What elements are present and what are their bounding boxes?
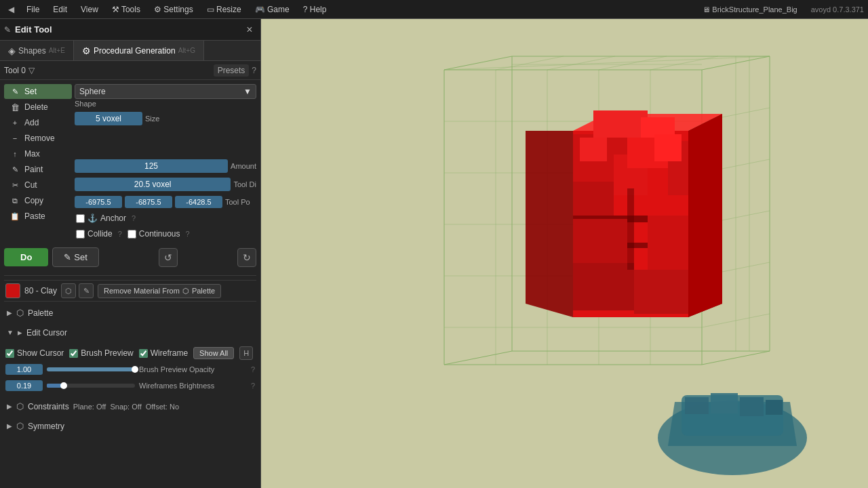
tool-position-row: Tool Po xyxy=(75,196,256,208)
svg-marker-38 xyxy=(688,114,722,317)
tool-paint[interactable]: ✎ Paint xyxy=(4,162,72,177)
brush-preview-checkbox[interactable] xyxy=(69,349,78,358)
tool-set[interactable]: ✎ Set xyxy=(4,84,72,99)
set-tool-icon: ✎ xyxy=(9,86,20,97)
wireframes-brightness-slider[interactable] xyxy=(47,384,135,388)
app-version: avoyd 0.7.3.371 xyxy=(811,5,864,14)
menu-file[interactable]: File xyxy=(21,3,45,16)
menu-edit[interactable]: Edit xyxy=(47,3,73,16)
palette-label: Palette xyxy=(28,308,53,318)
tool-paste[interactable]: 📋 Paste xyxy=(4,209,72,224)
tool-cut[interactable]: ✂ Cut xyxy=(4,178,72,192)
tab-procedural[interactable]: ⚙ Procedural Generation Alt+G xyxy=(74,41,204,60)
delete-tool-icon: 🗑 xyxy=(9,102,20,113)
h-button[interactable]: H xyxy=(239,346,253,360)
size-input[interactable] xyxy=(75,112,142,125)
symmetry-section[interactable]: ▶ ⬡ Symmetry xyxy=(4,418,256,434)
palette-section[interactable]: ▶ ⬡ Palette xyxy=(4,304,256,321)
wireframes-brightness-thumb[interactable] xyxy=(60,382,67,389)
redo-button[interactable]: ↻ xyxy=(237,248,256,267)
edit-cursor-section[interactable]: ▼ ▸ Edit Cursor xyxy=(4,324,256,341)
menu-settings[interactable]: ⚙ Settings xyxy=(149,3,199,16)
constraints-snap: Snap: Off xyxy=(110,403,141,411)
help-button[interactable]: ? xyxy=(252,66,256,75)
tool-row: Tool 0 ▽ Presets ? xyxy=(0,61,260,80)
palette-arrow: ▶ xyxy=(7,309,12,317)
anchor-help-icon[interactable]: ? xyxy=(132,214,136,222)
anchor-checkbox-label[interactable]: ⚓ Anchor xyxy=(76,214,126,223)
collide-help-icon[interactable]: ? xyxy=(118,230,122,238)
tool-remove[interactable]: − Remove xyxy=(4,131,72,146)
action-row: Do ✎ Set ↺ ↻ xyxy=(4,247,256,267)
do-button[interactable]: Do xyxy=(4,248,48,266)
constraints-section[interactable]: ▶ ⬡ Constraints Plane: Off Snap: Off Off… xyxy=(4,398,256,415)
show-cursor-checkbox[interactable] xyxy=(5,349,14,358)
shape-dropdown[interactable]: Sphere ▼ xyxy=(75,84,256,99)
material-btn-1[interactable]: ⬡ xyxy=(61,283,76,298)
brush-opacity-value[interactable] xyxy=(5,364,43,375)
tool-max[interactable]: ↑ Max xyxy=(4,146,72,161)
collide-checkbox-label[interactable]: Collide xyxy=(76,229,113,239)
svg-rect-53 xyxy=(580,138,607,161)
continuous-help-icon[interactable]: ? xyxy=(186,230,190,238)
tool-diameter-label: Tool Di xyxy=(233,180,256,188)
tab-shapes[interactable]: ◈ Shapes Alt+E xyxy=(0,41,74,60)
show-cursor-label[interactable]: Show Cursor xyxy=(5,348,64,358)
show-cursor-text: Show Cursor xyxy=(17,348,64,358)
menu-tools[interactable]: ⚒ Tools xyxy=(106,3,146,16)
close-button[interactable]: × xyxy=(243,24,256,36)
material-btn-2[interactable]: ✎ xyxy=(79,283,94,298)
paint-tool-label: Paint xyxy=(24,165,43,174)
viewport[interactable] xyxy=(261,19,868,488)
back-button[interactable]: ◀ xyxy=(4,3,18,16)
wireframe-checkbox[interactable] xyxy=(139,349,148,358)
size-label: Size xyxy=(145,115,159,123)
menu-view[interactable]: View xyxy=(75,3,104,16)
tool-copy[interactable]: ⧉ Copy xyxy=(4,193,72,208)
constraints-arrow: ▶ xyxy=(7,403,12,410)
brush-opacity-thumb[interactable] xyxy=(132,366,138,373)
procedural-tab-label: Procedural Generation xyxy=(94,46,176,56)
svg-rect-51 xyxy=(648,216,688,270)
svg-rect-61 xyxy=(766,400,783,415)
continuous-checkbox[interactable] xyxy=(127,230,136,239)
undo-button[interactable]: ↺ xyxy=(159,248,178,267)
anchor-label: Anchor xyxy=(100,214,126,223)
wireframes-brightness-fill xyxy=(47,384,50,388)
tool-add[interactable]: + Add xyxy=(4,115,72,130)
material-color-swatch[interactable] xyxy=(5,283,20,298)
wireframes-brightness-help[interactable]: ? xyxy=(251,382,255,390)
shape-row: Sphere ▼ Shape xyxy=(75,84,256,108)
amount-input[interactable] xyxy=(75,159,228,173)
edit-cursor-label: Edit Cursor xyxy=(26,328,67,338)
wireframes-brightness-value[interactable] xyxy=(5,380,43,391)
shapes-tab-icon: ◈ xyxy=(8,45,16,56)
wireframe-label[interactable]: Wireframe xyxy=(139,348,188,358)
tool-pos-label: Tool Po xyxy=(225,198,250,206)
brush-opacity-row: Brush Preview Opacity ? xyxy=(5,364,255,375)
tool-pos-x[interactable] xyxy=(75,196,122,208)
tool-delete[interactable]: 🗑 Delete xyxy=(4,100,72,115)
amount-label: Amount xyxy=(231,162,256,170)
anchor-checkbox[interactable] xyxy=(76,214,85,223)
brush-opacity-slider[interactable] xyxy=(47,367,135,371)
constraints-icon: ⬡ xyxy=(16,401,24,411)
set-action-button[interactable]: ✎ Set xyxy=(52,247,99,267)
menu-resize[interactable]: ▭ Resize xyxy=(201,3,247,16)
continuous-checkbox-label[interactable]: Continuous xyxy=(127,229,180,239)
show-all-button[interactable]: Show All xyxy=(193,347,234,359)
delete-tool-label: Delete xyxy=(24,102,48,112)
menu-game[interactable]: 🎮 Game xyxy=(250,3,295,16)
menu-help[interactable]: ? Help xyxy=(298,3,332,16)
copy-tool-icon: ⧉ xyxy=(9,195,20,206)
panel-content: ✎ Set 🗑 Delete + Add − Remove xyxy=(0,80,260,488)
remove-material-button[interactable]: Remove Material From ⬡ Palette xyxy=(98,284,221,298)
brush-preview-label[interactable]: Brush Preview xyxy=(69,348,133,358)
tool-pos-y[interactable] xyxy=(125,196,172,208)
collide-checkbox[interactable] xyxy=(76,230,85,239)
tool-pos-z[interactable] xyxy=(175,196,222,208)
tool-diameter-input[interactable] xyxy=(75,178,231,191)
brush-opacity-help[interactable]: ? xyxy=(251,365,255,373)
presets-button[interactable]: Presets xyxy=(214,64,250,77)
left-panel: ✎ Edit Tool × ◈ Shapes Alt+E ⚙ Procedura… xyxy=(0,19,261,488)
